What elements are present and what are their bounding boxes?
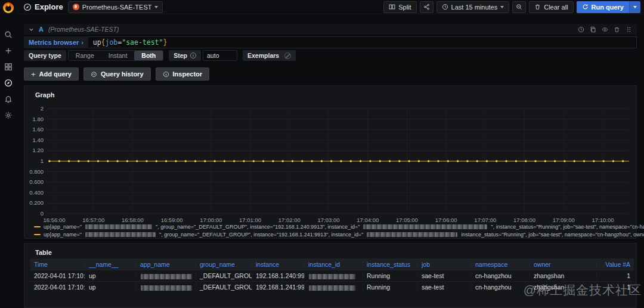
clock-icon bbox=[442, 4, 448, 10]
zoom-out-icon bbox=[516, 4, 522, 10]
grafana-explore-screen: Explore Prometheus-SAE-TEST Split Last 1… bbox=[0, 0, 644, 308]
svg-text:17:01:00: 17:01:00 bbox=[239, 217, 261, 223]
run-query-dropdown[interactable] bbox=[629, 1, 640, 13]
table-header-instance-id[interactable]: instance_id bbox=[305, 261, 363, 268]
graph-legend: up{app_name="", group_name="_DEFAULT_GRO… bbox=[34, 224, 644, 238]
promql-query-input[interactable]: up{job="sae-test"} bbox=[88, 36, 637, 48]
add-icon[interactable] bbox=[4, 46, 13, 55]
exemplars-toggle-disabled-icon[interactable] bbox=[284, 53, 291, 59]
time-range-picker[interactable]: Last 15 minutes bbox=[436, 1, 510, 13]
table-cell: sae-test bbox=[418, 272, 472, 279]
table-header-app-name[interactable]: app_name bbox=[137, 261, 196, 268]
query-history-icon[interactable] bbox=[578, 26, 584, 33]
inspector-label: Inspector bbox=[173, 70, 203, 78]
results-table: Time__name__app_namegroup_nameinstancein… bbox=[30, 258, 634, 292]
share-icon bbox=[423, 4, 430, 10]
copy-query-icon[interactable] bbox=[590, 26, 596, 33]
query-type-option-instant[interactable]: Instant bbox=[101, 51, 135, 60]
svg-text:0.400: 0.400 bbox=[29, 189, 44, 196]
table-cell: cn-hangzhou bbox=[472, 272, 530, 279]
table-header-owner[interactable]: owner bbox=[530, 261, 597, 268]
query-token: up bbox=[93, 38, 101, 47]
legend-item[interactable]: up{app_name="", group_name="_DEFAULT_GRO… bbox=[34, 224, 644, 230]
step-input[interactable]: auto bbox=[203, 50, 237, 61]
timeseries-chart[interactable]: 21.801.601.401.2010.8000.6000.4000.20001… bbox=[29, 104, 633, 226]
query-datasource-hint: (Prometheus-SAE-TEST) bbox=[48, 26, 119, 33]
split-button[interactable]: Split bbox=[383, 1, 416, 13]
add-query-button[interactable]: + Add query bbox=[24, 67, 79, 81]
legend-label-text: up{app_name=" bbox=[44, 232, 82, 238]
query-history-label: Query history bbox=[101, 70, 144, 78]
table-cell: Running bbox=[363, 284, 418, 291]
run-query-button[interactable]: Run query bbox=[577, 1, 640, 13]
clear-all-button[interactable]: Clear all bbox=[529, 1, 573, 13]
table-cell: _DEFAULT_GROUP bbox=[196, 272, 252, 279]
redacted-blur bbox=[309, 285, 355, 291]
table-header-time[interactable]: Time bbox=[30, 261, 85, 268]
info-icon bbox=[163, 71, 169, 78]
step-label: Step i bbox=[169, 50, 201, 61]
table-header-job[interactable]: job bbox=[418, 261, 472, 268]
table-cell: 192.168.1.241:9913 bbox=[252, 284, 305, 291]
dashboards-icon[interactable] bbox=[4, 62, 13, 71]
drag-handle-icon[interactable] bbox=[626, 26, 632, 33]
chevron-right-icon: › bbox=[81, 39, 83, 46]
topbar: Explore Prometheus-SAE-TEST Split Last 1… bbox=[16, 0, 644, 14]
table-header-group-name[interactable]: group_name bbox=[196, 261, 252, 268]
query-type-option-range[interactable]: Range bbox=[69, 51, 101, 60]
redacted-blur bbox=[141, 274, 192, 279]
table-cell: zhangshan bbox=[530, 284, 597, 291]
redacted-blur bbox=[85, 232, 156, 237]
collapse-chevron-icon[interactable] bbox=[29, 27, 34, 32]
table-header-namespace[interactable]: namespace bbox=[472, 261, 530, 268]
redacted-blur bbox=[363, 224, 487, 229]
settings-gear-icon[interactable] bbox=[4, 110, 13, 119]
query-token: job bbox=[106, 38, 118, 47]
grafana-logo-icon[interactable] bbox=[3, 2, 14, 13]
sidebar bbox=[0, 0, 16, 308]
graph-panel: Graph 21.801.601.401.2010.8000.6000.4000… bbox=[24, 85, 637, 239]
zoom-out-button[interactable] bbox=[512, 1, 526, 13]
legend-item[interactable]: up{app_name="", group_name="_DEFAULT_GRO… bbox=[34, 232, 644, 238]
search-icon[interactable] bbox=[4, 30, 13, 39]
prometheus-icon bbox=[73, 4, 79, 10]
table-cell: _DEFAULT_GROUP bbox=[196, 284, 252, 291]
table-header-row: Time__name__app_namegroup_nameinstancein… bbox=[30, 258, 634, 270]
legend-label-text: ", instance_status="Running", job="sae-t… bbox=[491, 224, 644, 230]
explore-compass-icon[interactable] bbox=[4, 78, 13, 87]
svg-text:1.60: 1.60 bbox=[33, 126, 44, 133]
step-info-icon[interactable]: i bbox=[190, 53, 196, 58]
datasource-name: Prometheus-SAE-TEST bbox=[82, 4, 152, 11]
table-header-value-a[interactable]: Value #A bbox=[597, 261, 634, 268]
alerting-bell-icon[interactable] bbox=[4, 94, 13, 103]
svg-text:17:09:00: 17:09:00 bbox=[553, 217, 575, 223]
query-ref-id[interactable]: A bbox=[39, 26, 44, 33]
inspector-button[interactable]: Inspector bbox=[156, 67, 210, 81]
table-cell bbox=[305, 284, 363, 291]
query-type-option-both[interactable]: Both bbox=[134, 51, 163, 60]
legend-series-marker-icon bbox=[34, 226, 41, 228]
svg-text:17:08:00: 17:08:00 bbox=[513, 217, 535, 223]
explore-label: Explore bbox=[35, 2, 63, 11]
delete-query-trash-icon[interactable] bbox=[614, 26, 620, 33]
metrics-browser-button[interactable]: Metrics browser › bbox=[24, 36, 88, 48]
svg-text:1: 1 bbox=[41, 158, 44, 164]
table-panel-title: Table bbox=[35, 249, 52, 256]
svg-text:17:10:00: 17:10:00 bbox=[592, 217, 614, 223]
svg-text:1.80: 1.80 bbox=[33, 116, 44, 122]
share-button[interactable] bbox=[420, 1, 434, 13]
table-header-instance-status[interactable]: instance_status bbox=[363, 261, 418, 268]
svg-text:16:56:00: 16:56:00 bbox=[44, 217, 66, 223]
table-header--name-[interactable]: __name__ bbox=[85, 261, 137, 268]
svg-text:0.800: 0.800 bbox=[29, 168, 44, 175]
table-header-instance[interactable]: instance bbox=[252, 261, 305, 268]
datasource-picker[interactable]: Prometheus-SAE-TEST bbox=[68, 1, 163, 13]
table-cell: up bbox=[85, 272, 137, 279]
query-editor-row: Metrics browser › up{job="sae-test"} bbox=[24, 36, 637, 48]
table-cell bbox=[137, 284, 196, 291]
disable-query-eye-icon[interactable] bbox=[602, 26, 608, 33]
svg-text:17:06:00: 17:06:00 bbox=[435, 217, 457, 223]
table-cell: 192.168.1.240:9913 bbox=[252, 272, 305, 279]
query-history-button[interactable]: Query history bbox=[83, 67, 151, 81]
time-range-label: Last 15 minutes bbox=[451, 4, 498, 11]
